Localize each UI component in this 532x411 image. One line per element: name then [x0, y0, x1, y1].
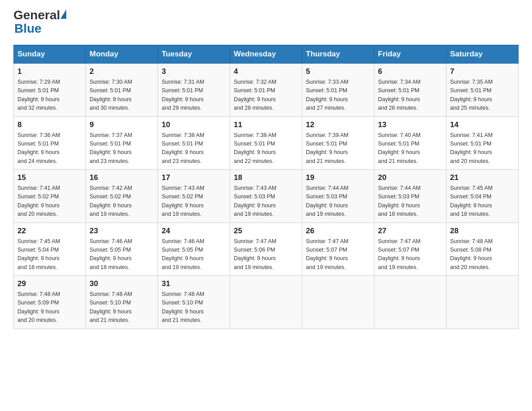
- day-number: 21: [450, 173, 515, 182]
- calendar-day-cell: 6 Sunrise: 7:34 AM Sunset: 5:01 PM Dayli…: [374, 64, 446, 117]
- day-number: 5: [306, 67, 370, 76]
- calendar-day-cell: [302, 276, 374, 329]
- calendar-table: SundayMondayTuesdayWednesdayThursdayFrid…: [13, 45, 519, 329]
- calendar-header-row: SundayMondayTuesdayWednesdayThursdayFrid…: [14, 45, 519, 64]
- day-number: 31: [162, 279, 226, 288]
- calendar-week-row: 29 Sunrise: 7:48 AM Sunset: 5:09 PM Dayl…: [14, 276, 519, 329]
- day-number: 8: [17, 120, 82, 129]
- day-number: 3: [162, 67, 226, 76]
- header-tuesday: Tuesday: [158, 45, 230, 64]
- calendar-day-cell: 16 Sunrise: 7:42 AM Sunset: 5:02 PM Dayl…: [86, 170, 158, 223]
- header-monday: Monday: [86, 45, 158, 64]
- calendar-day-cell: 18 Sunrise: 7:43 AM Sunset: 5:03 PM Dayl…: [230, 170, 302, 223]
- day-number: 2: [90, 67, 154, 76]
- day-info: Sunrise: 7:42 AM Sunset: 5:02 PM Dayligh…: [90, 184, 154, 219]
- day-number: 17: [162, 173, 226, 182]
- calendar-day-cell: 20 Sunrise: 7:44 AM Sunset: 5:03 PM Dayl…: [374, 170, 446, 223]
- logo-general-text: General: [13, 9, 60, 21]
- day-info: Sunrise: 7:38 AM Sunset: 5:01 PM Dayligh…: [234, 131, 298, 166]
- day-info: Sunrise: 7:43 AM Sunset: 5:02 PM Dayligh…: [162, 184, 226, 219]
- day-number: 15: [17, 173, 82, 182]
- day-info: Sunrise: 7:33 AM Sunset: 5:01 PM Dayligh…: [306, 78, 370, 113]
- logo-triangle-icon: [60, 9, 66, 19]
- day-info: Sunrise: 7:30 AM Sunset: 5:01 PM Dayligh…: [90, 78, 154, 113]
- calendar-day-cell: 25 Sunrise: 7:47 AM Sunset: 5:06 PM Dayl…: [230, 223, 302, 276]
- day-number: 19: [306, 173, 370, 182]
- calendar-day-cell: 15 Sunrise: 7:41 AM Sunset: 5:02 PM Dayl…: [14, 170, 86, 223]
- calendar-day-cell: 10 Sunrise: 7:38 AM Sunset: 5:01 PM Dayl…: [158, 116, 230, 170]
- day-number: 22: [17, 227, 82, 235]
- day-number: 20: [378, 173, 442, 182]
- day-info: Sunrise: 7:43 AM Sunset: 5:03 PM Dayligh…: [234, 184, 298, 219]
- day-number: 4: [234, 67, 298, 76]
- header-saturday: Saturday: [446, 45, 519, 64]
- calendar-day-cell: 26 Sunrise: 7:47 AM Sunset: 5:07 PM Dayl…: [302, 223, 374, 276]
- logo: General Blue: [13, 9, 67, 36]
- day-info: Sunrise: 7:48 AM Sunset: 5:08 PM Dayligh…: [450, 237, 515, 272]
- day-info: Sunrise: 7:45 AM Sunset: 5:04 PM Dayligh…: [450, 184, 515, 219]
- calendar-day-cell: 3 Sunrise: 7:31 AM Sunset: 5:01 PM Dayli…: [158, 64, 230, 117]
- logo-blue-text: Blue: [14, 21, 42, 35]
- day-info: Sunrise: 7:35 AM Sunset: 5:01 PM Dayligh…: [450, 78, 515, 113]
- calendar-day-cell: 31 Sunrise: 7:48 AM Sunset: 5:10 PM Dayl…: [158, 276, 230, 329]
- day-number: 9: [90, 120, 154, 129]
- calendar-day-cell: 12 Sunrise: 7:39 AM Sunset: 5:01 PM Dayl…: [302, 116, 374, 170]
- calendar-week-row: 1 Sunrise: 7:29 AM Sunset: 5:01 PM Dayli…: [14, 64, 519, 117]
- day-info: Sunrise: 7:40 AM Sunset: 5:01 PM Dayligh…: [378, 131, 442, 166]
- day-info: Sunrise: 7:34 AM Sunset: 5:01 PM Dayligh…: [378, 78, 442, 113]
- calendar-day-cell: 24 Sunrise: 7:46 AM Sunset: 5:05 PM Dayl…: [158, 223, 230, 276]
- day-info: Sunrise: 7:38 AM Sunset: 5:01 PM Dayligh…: [162, 131, 226, 166]
- day-number: 26: [306, 227, 370, 235]
- day-number: 18: [234, 173, 298, 182]
- calendar-day-cell: 11 Sunrise: 7:38 AM Sunset: 5:01 PM Dayl…: [230, 116, 302, 170]
- day-number: 27: [378, 227, 442, 235]
- calendar-day-cell: 28 Sunrise: 7:48 AM Sunset: 5:08 PM Dayl…: [446, 223, 519, 276]
- calendar-day-cell: 23 Sunrise: 7:46 AM Sunset: 5:05 PM Dayl…: [86, 223, 158, 276]
- calendar-day-cell: 27 Sunrise: 7:47 AM Sunset: 5:07 PM Dayl…: [374, 223, 446, 276]
- header-thursday: Thursday: [302, 45, 374, 64]
- calendar-day-cell: [374, 276, 446, 329]
- day-info: Sunrise: 7:31 AM Sunset: 5:01 PM Dayligh…: [162, 78, 226, 113]
- calendar-day-cell: 21 Sunrise: 7:45 AM Sunset: 5:04 PM Dayl…: [446, 170, 519, 223]
- day-info: Sunrise: 7:36 AM Sunset: 5:01 PM Dayligh…: [17, 131, 82, 166]
- day-number: 7: [450, 67, 515, 76]
- day-number: 23: [90, 227, 154, 235]
- day-number: 30: [90, 279, 154, 288]
- day-info: Sunrise: 7:44 AM Sunset: 5:03 PM Dayligh…: [378, 184, 442, 219]
- day-number: 14: [450, 120, 515, 129]
- calendar-week-row: 8 Sunrise: 7:36 AM Sunset: 5:01 PM Dayli…: [14, 116, 519, 170]
- page-header: General Blue: [13, 9, 519, 36]
- day-info: Sunrise: 7:37 AM Sunset: 5:01 PM Dayligh…: [90, 131, 154, 166]
- calendar-day-cell: 17 Sunrise: 7:43 AM Sunset: 5:02 PM Dayl…: [158, 170, 230, 223]
- calendar-week-row: 15 Sunrise: 7:41 AM Sunset: 5:02 PM Dayl…: [14, 170, 519, 223]
- calendar-day-cell: 8 Sunrise: 7:36 AM Sunset: 5:01 PM Dayli…: [14, 116, 86, 170]
- day-info: Sunrise: 7:47 AM Sunset: 5:07 PM Dayligh…: [306, 237, 370, 272]
- day-number: 10: [162, 120, 226, 129]
- day-info: Sunrise: 7:41 AM Sunset: 5:02 PM Dayligh…: [17, 184, 82, 219]
- calendar-day-cell: 1 Sunrise: 7:29 AM Sunset: 5:01 PM Dayli…: [14, 64, 86, 117]
- day-number: 28: [450, 227, 515, 235]
- day-info: Sunrise: 7:44 AM Sunset: 5:03 PM Dayligh…: [306, 184, 370, 219]
- day-info: Sunrise: 7:39 AM Sunset: 5:01 PM Dayligh…: [306, 131, 370, 166]
- calendar-day-cell: 7 Sunrise: 7:35 AM Sunset: 5:01 PM Dayli…: [446, 64, 519, 117]
- calendar-day-cell: 29 Sunrise: 7:48 AM Sunset: 5:09 PM Dayl…: [14, 276, 86, 329]
- calendar-day-cell: 22 Sunrise: 7:45 AM Sunset: 5:04 PM Dayl…: [14, 223, 86, 276]
- calendar-day-cell: 9 Sunrise: 7:37 AM Sunset: 5:01 PM Dayli…: [86, 116, 158, 170]
- calendar-day-cell: [446, 276, 519, 329]
- day-number: 29: [17, 279, 82, 288]
- day-number: 6: [378, 67, 442, 76]
- header-friday: Friday: [374, 45, 446, 64]
- day-info: Sunrise: 7:47 AM Sunset: 5:07 PM Dayligh…: [378, 237, 442, 272]
- day-info: Sunrise: 7:41 AM Sunset: 5:01 PM Dayligh…: [450, 131, 515, 166]
- day-info: Sunrise: 7:29 AM Sunset: 5:01 PM Dayligh…: [17, 78, 82, 113]
- day-info: Sunrise: 7:32 AM Sunset: 5:01 PM Dayligh…: [234, 78, 298, 113]
- day-info: Sunrise: 7:46 AM Sunset: 5:05 PM Dayligh…: [162, 237, 226, 272]
- calendar-day-cell: 2 Sunrise: 7:30 AM Sunset: 5:01 PM Dayli…: [86, 64, 158, 117]
- day-number: 16: [90, 173, 154, 182]
- header-wednesday: Wednesday: [230, 45, 302, 64]
- day-info: Sunrise: 7:48 AM Sunset: 5:09 PM Dayligh…: [17, 290, 82, 325]
- day-number: 1: [17, 67, 82, 76]
- day-info: Sunrise: 7:46 AM Sunset: 5:05 PM Dayligh…: [90, 237, 154, 272]
- calendar-day-cell: 14 Sunrise: 7:41 AM Sunset: 5:01 PM Dayl…: [446, 116, 519, 170]
- day-info: Sunrise: 7:48 AM Sunset: 5:10 PM Dayligh…: [162, 290, 226, 325]
